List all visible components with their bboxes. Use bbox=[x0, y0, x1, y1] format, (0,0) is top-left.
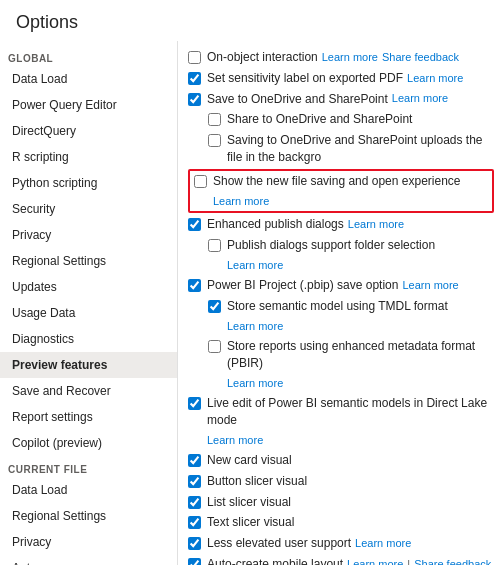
sidebar-item-cf-auto-recovery[interactable]: Auto recovery bbox=[0, 555, 177, 565]
option-row-saving-to-onedrive: Saving to OneDrive and SharePoint upload… bbox=[188, 130, 494, 168]
feedback-auto-create-mobile[interactable]: Share feedback bbox=[414, 557, 491, 565]
label-set-sensitivity-label: Set sensitivity label on exported PDF bbox=[207, 70, 403, 87]
sidebar-item-regional-settings[interactable]: Regional Settings bbox=[0, 248, 177, 274]
option-row-on-object-interaction: On-object interactionLearn moreShare fee… bbox=[188, 47, 494, 68]
link-pbip-save-learn-more[interactable]: Learn more bbox=[402, 278, 458, 293]
checkbox-store-reports-pbir[interactable] bbox=[208, 340, 221, 353]
option-row-store-reports-pbir: Store reports using enhanced metadata fo… bbox=[188, 336, 494, 393]
sidebar-item-cf-data-load[interactable]: Data Load bbox=[0, 477, 177, 503]
link-show-new-file-saving-learn-more[interactable]: Learn more bbox=[213, 194, 269, 209]
checkbox-less-elevated[interactable] bbox=[188, 537, 201, 550]
option-row-publish-dialogs-folder: Publish dialogs support folder selection… bbox=[188, 235, 494, 275]
sidebar-item-save-and-recover[interactable]: Save and Recover bbox=[0, 378, 177, 404]
option-row-new-card-visual: New card visual bbox=[188, 450, 494, 471]
sidebar-item-python-scripting[interactable]: Python scripting bbox=[0, 170, 177, 196]
checkbox-store-semantic-tmdl[interactable] bbox=[208, 300, 221, 313]
sidebar-item-security[interactable]: Security bbox=[0, 196, 177, 222]
option-row-save-to-onedrive: Save to OneDrive and SharePointLearn mor… bbox=[188, 89, 494, 110]
sidebar-item-report-settings[interactable]: Report settings bbox=[0, 404, 177, 430]
option-row-list-slicer: List slicer visual bbox=[188, 492, 494, 513]
checkbox-enhanced-publish[interactable] bbox=[188, 218, 201, 231]
checkbox-text-slicer[interactable] bbox=[188, 516, 201, 529]
checkbox-new-card-visual[interactable] bbox=[188, 454, 201, 467]
sidebar-item-power-query-editor[interactable]: Power Query Editor bbox=[0, 92, 177, 118]
label-share-to-onedrive: Share to OneDrive and SharePoint bbox=[227, 111, 412, 128]
option-row-pbip-save: Power BI Project (.pbip) save optionLear… bbox=[188, 275, 494, 296]
label-enhanced-publish: Enhanced publish dialogs bbox=[207, 216, 344, 233]
sidebar-item-directquery[interactable]: DirectQuery bbox=[0, 118, 177, 144]
label-button-slicer: Button slicer visual bbox=[207, 473, 307, 490]
option-row-button-slicer: Button slicer visual bbox=[188, 471, 494, 492]
label-save-to-onedrive: Save to OneDrive and SharePoint bbox=[207, 91, 388, 108]
label-less-elevated: Less elevated user support bbox=[207, 535, 351, 552]
option-row-auto-create-mobile: Auto-create mobile layoutLearn more|Shar… bbox=[188, 554, 494, 565]
checkbox-auto-create-mobile[interactable] bbox=[188, 558, 201, 565]
sidebar-item-preview-features[interactable]: Preview features bbox=[0, 352, 177, 378]
option-row-show-new-file-saving: Show the new file saving and open experi… bbox=[188, 169, 494, 213]
link-store-reports-pbir-learn-more[interactable]: Learn more bbox=[227, 376, 283, 391]
page-title: Options bbox=[0, 0, 504, 41]
checkbox-live-edit-direct-lake[interactable] bbox=[188, 397, 201, 410]
link-live-edit-direct-lake-learn-more[interactable]: Learn more bbox=[207, 433, 263, 448]
option-row-set-sensitivity-label: Set sensitivity label on exported PDFLea… bbox=[188, 68, 494, 89]
option-row-text-slicer: Text slicer visual bbox=[188, 512, 494, 533]
sidebar-item-cf-regional-settings[interactable]: Regional Settings bbox=[0, 503, 177, 529]
label-list-slicer: List slicer visual bbox=[207, 494, 291, 511]
checkbox-show-new-file-saving[interactable] bbox=[194, 175, 207, 188]
label-show-new-file-saving: Show the new file saving and open experi… bbox=[213, 173, 461, 190]
option-row-store-semantic-tmdl: Store semantic model using TMDL formatLe… bbox=[188, 296, 494, 336]
link-enhanced-publish-learn-more[interactable]: Learn more bbox=[348, 217, 404, 232]
option-row-live-edit-direct-lake: Live edit of Power BI semantic models in… bbox=[188, 393, 494, 450]
checkbox-share-to-onedrive[interactable] bbox=[208, 113, 221, 126]
label-pbip-save: Power BI Project (.pbip) save option bbox=[207, 277, 398, 294]
link-on-object-interaction-share-feedback[interactable]: Share feedback bbox=[382, 50, 459, 65]
sidebar-item-diagnostics[interactable]: Diagnostics bbox=[0, 326, 177, 352]
sidebar-item-privacy[interactable]: Privacy bbox=[0, 222, 177, 248]
checkbox-save-to-onedrive[interactable] bbox=[188, 93, 201, 106]
option-row-share-to-onedrive: Share to OneDrive and SharePoint bbox=[188, 109, 494, 130]
sidebar-item-cf-privacy[interactable]: Privacy bbox=[0, 529, 177, 555]
sidebar-item-updates[interactable]: Updates bbox=[0, 274, 177, 300]
checkbox-saving-to-onedrive[interactable] bbox=[208, 134, 221, 147]
link-on-object-interaction-learn-more[interactable]: Learn more bbox=[322, 50, 378, 65]
separator-auto-create-mobile: | bbox=[407, 557, 410, 565]
checkbox-list-slicer[interactable] bbox=[188, 496, 201, 509]
sidebar-item-usage-data[interactable]: Usage Data bbox=[0, 300, 177, 326]
label-new-card-visual: New card visual bbox=[207, 452, 292, 469]
sidebar-item-copilot-preview[interactable]: Copilot (preview) bbox=[0, 430, 177, 456]
sidebar: GLOBAL Data LoadPower Query EditorDirect… bbox=[0, 41, 178, 565]
link-store-semantic-tmdl-learn-more[interactable]: Learn more bbox=[227, 319, 283, 334]
checkbox-set-sensitivity-label[interactable] bbox=[188, 72, 201, 85]
label-saving-to-onedrive: Saving to OneDrive and SharePoint upload… bbox=[227, 132, 494, 166]
checkbox-on-object-interaction[interactable] bbox=[188, 51, 201, 64]
current-file-section-label: CURRENT FILE bbox=[0, 456, 177, 477]
checkbox-publish-dialogs-folder[interactable] bbox=[208, 239, 221, 252]
link-auto-create-mobile-learn-more[interactable]: Learn more bbox=[347, 557, 403, 565]
label-live-edit-direct-lake: Live edit of Power BI semantic models in… bbox=[207, 395, 494, 429]
label-store-semantic-tmdl: Store semantic model using TMDL format bbox=[227, 298, 448, 315]
link-publish-dialogs-folder-learn-more[interactable]: Learn more bbox=[227, 258, 283, 273]
link-set-sensitivity-label-learn-more[interactable]: Learn more bbox=[407, 71, 463, 86]
option-row-less-elevated: Less elevated user supportLearn more bbox=[188, 533, 494, 554]
label-text-slicer: Text slicer visual bbox=[207, 514, 294, 531]
label-store-reports-pbir: Store reports using enhanced metadata fo… bbox=[227, 338, 494, 372]
checkbox-pbip-save[interactable] bbox=[188, 279, 201, 292]
link-save-to-onedrive-learn-more[interactable]: Learn more bbox=[392, 91, 448, 106]
option-row-enhanced-publish: Enhanced publish dialogsLearn more bbox=[188, 214, 494, 235]
label-auto-create-mobile: Auto-create mobile layout bbox=[207, 556, 343, 565]
link-less-elevated-learn-more[interactable]: Learn more bbox=[355, 536, 411, 551]
label-publish-dialogs-folder: Publish dialogs support folder selection bbox=[227, 237, 435, 254]
sidebar-item-data-load[interactable]: Data Load bbox=[0, 66, 177, 92]
label-on-object-interaction: On-object interaction bbox=[207, 49, 318, 66]
main-content: On-object interactionLearn moreShare fee… bbox=[178, 41, 504, 565]
sidebar-item-r-scripting[interactable]: R scripting bbox=[0, 144, 177, 170]
global-section-label: GLOBAL bbox=[0, 45, 177, 66]
checkbox-button-slicer[interactable] bbox=[188, 475, 201, 488]
